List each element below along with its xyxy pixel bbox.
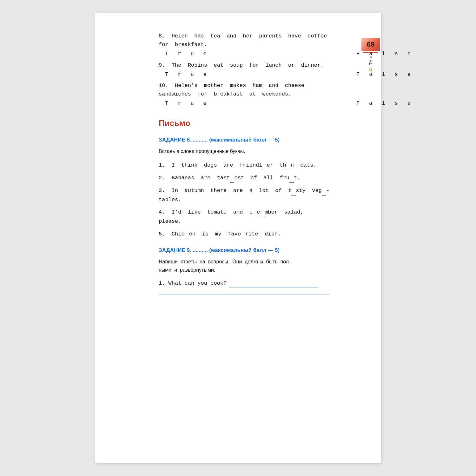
true-false-10: True False [159,99,330,108]
zadanie-8-header: ЗАДАНИЕ 8. .......... (максимальный балл… [159,136,330,144]
zadanie-9-instruction: Напиши ответы на вопросы. Они должны быт… [159,258,330,274]
item-10-text: 10. Helen's mother makes ham and cheese … [159,81,330,98]
blank-3a[interactable] [291,186,296,195]
page-wrapper: 69 Test 5 8. Helen has tea and her paren… [0,0,476,476]
exercise-3: 3. In autumn there are a lot of t sty ve… [159,186,330,205]
blank-2a[interactable] [230,173,234,183]
blank-1b[interactable] [286,161,291,170]
false-label-10: False [356,100,420,106]
section-title-pismo: Письмо [159,117,330,130]
blank-2b[interactable] [289,173,294,183]
tab-test-label: Test [368,55,373,65]
true-false-8: True False [159,50,330,58]
page-number: 69 [361,38,380,51]
zadanie-8-instruction: Вставь в слова пропущенные буквы. [159,147,330,155]
question-1-line: 1. What can you cook? [159,279,330,288]
blank-4a[interactable] [253,208,257,217]
blank-4b[interactable] [260,208,265,217]
item-9-text: 9. The Robins eat soup for lunch or dinn… [159,61,330,69]
question-1-text: 1. What can you cook? [159,280,227,286]
answer-line-1[interactable] [229,288,318,288]
item-10-cont: sandwiches for breakfast at weekends. [159,91,291,97]
page: 69 Test 5 8. Helen has tea and her paren… [95,13,381,463]
exercise-2: 2. Bananas are tast est of all fru t. [159,173,330,183]
item-8-cont: for breakfast. [159,42,207,48]
item-8-label: 8. Helen has tea and her parents have co… [159,33,327,39]
true-label-8: True [165,51,216,57]
item-9-label: 9. The Robins eat soup for lunch or dinn… [159,62,324,68]
true-false-9: True False [159,70,330,79]
bottom-answer-line [159,294,330,294]
side-tab: 69 Test 5 [360,38,381,73]
blank-5a[interactable] [185,229,189,239]
zadanie-9-header: ЗАДАНИЕ 9. .......... (максимальный балл… [159,246,330,255]
exercise-5: 5. Chic en is my favo rite dish. [159,229,330,239]
blank-5b[interactable] [241,229,245,239]
blank-1a[interactable] [262,161,267,170]
true-label-10: True [165,100,216,106]
main-content: 8. Helen has tea and her parents have co… [159,32,330,294]
true-label-9: True [165,71,216,77]
item-8-text: 8. Helen has tea and her parents have co… [159,32,330,49]
item-10-label: 10. Helen's mother makes ham and cheese [159,83,304,89]
tab-divider [363,52,378,53]
exercise-1: 1. I think dogs are friendl er th n cats… [159,161,330,170]
tab-test-number: 5 [369,67,372,73]
blank-3b[interactable] [322,186,326,195]
exercise-4: 4. I'd like tomato and c c mber salad, p… [159,208,330,226]
